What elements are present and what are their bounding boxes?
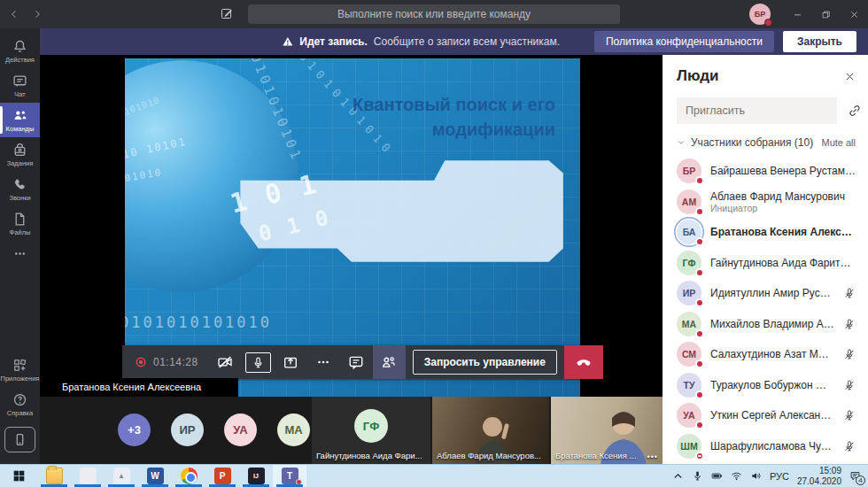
copy-join-link-icon[interactable] <box>848 104 862 118</box>
mic-muted-icon[interactable] <box>843 440 856 452</box>
mic-muted-icon[interactable] <box>843 318 856 330</box>
participant-name: Салахутдинов Азат Марато... <box>710 348 834 360</box>
invite-input[interactable] <box>677 97 837 124</box>
sidebar-item-label: Звонки <box>9 194 30 202</box>
participant-row[interactable]: БР Байрашева Венера Рустамовна <box>677 156 856 187</box>
busy-status-dot <box>764 19 772 27</box>
presence-dot <box>695 329 704 338</box>
people-panel: Люди Участники собрания (10) Mute all БР… <box>663 55 868 464</box>
sidebar-item-mobile[interactable] <box>0 421 40 457</box>
tray-speaker-icon[interactable] <box>750 470 762 482</box>
presence-dot <box>695 390 704 399</box>
participant-video-tile[interactable]: Братанова Ксения ... ••• <box>551 397 663 464</box>
chat-toggle-button[interactable] <box>340 345 373 379</box>
participant-row[interactable]: ТУ Туракулов Бобуржон Маър... <box>677 370 856 401</box>
participant-row[interactable]: ИР Идиятуллин Амир Рустемо... <box>677 278 856 309</box>
privacy-policy-button[interactable]: Политика конфиденциальности <box>594 31 774 52</box>
dismiss-banner-button[interactable]: Закрыть <box>783 31 856 52</box>
participant-row[interactable]: ГФ Гайнутдинова Аида Фаритовна <box>677 248 856 279</box>
sidebar-item-apps[interactable]: Приложения <box>0 352 40 387</box>
back-icon[interactable] <box>9 9 19 19</box>
hangup-button[interactable] <box>564 345 603 379</box>
presence-dot <box>695 237 704 246</box>
sidebar-item-label: Задания <box>7 159 34 167</box>
taskbar-app-chrome[interactable] <box>172 465 205 487</box>
close-window-button[interactable] <box>840 0 868 28</box>
more-actions-button[interactable] <box>307 345 340 379</box>
mic-toggle-button[interactable] <box>242 345 275 379</box>
taskbar-app-word[interactable]: W <box>138 465 172 487</box>
help-icon <box>12 392 27 407</box>
request-control-button[interactable]: Запросить управление <box>413 350 557 375</box>
sidebar-item-backpack[interactable]: Задания <box>0 137 40 172</box>
request-control: Запросить управление <box>413 345 557 379</box>
presence-dot <box>695 298 704 307</box>
participant-tile-label: Гайнутдинова Аида Фари... <box>316 451 422 460</box>
avatar[interactable]: БР <box>749 4 771 25</box>
recording-banner: Идет запись. Сообщите о записи всем учас… <box>40 28 868 55</box>
participant-row[interactable]: СМ Салахутдинов Азат Марато... <box>677 339 856 370</box>
avatar: ГФ <box>354 409 388 443</box>
taskbar-app-file-explorer[interactable] <box>37 465 71 487</box>
close-panel-icon[interactable] <box>844 71 856 82</box>
filmstrip-avatar[interactable]: МА <box>277 414 310 446</box>
taskbar-app-photos-app[interactable]: ▲ <box>105 465 138 487</box>
tray-mic-icon[interactable] <box>692 470 703 482</box>
restore-button[interactable] <box>811 0 840 28</box>
sidebar-item-dots[interactable] <box>0 241 40 266</box>
filmstrip-avatar[interactable]: ИР <box>171 414 204 446</box>
minimize-button[interactable] <box>783 0 811 28</box>
clock-time: 15:09 <box>797 466 841 476</box>
sidebar-item-chat[interactable]: Чат <box>0 68 40 103</box>
sidebar-item-help[interactable]: Справка <box>0 387 40 421</box>
tray-chevron-up-icon[interactable] <box>672 470 684 482</box>
mute-all-button[interactable]: Mute all <box>821 137 856 148</box>
participant-row[interactable]: УА Уткин Сергей Александров... <box>677 400 856 431</box>
tray-wifi-icon[interactable] <box>731 470 742 482</box>
mic-muted-icon[interactable] <box>843 379 856 391</box>
search-input[interactable] <box>248 4 620 24</box>
forward-icon[interactable] <box>32 9 43 19</box>
participant-row[interactable]: БА Братанова Ксения Алексеевна <box>677 217 856 248</box>
presence-dot <box>695 452 704 460</box>
sidebar-item-label: Действия <box>5 56 35 64</box>
participant-row[interactable]: МА Михайлов Владимир Анато... <box>677 309 856 340</box>
sidebar-item-label: Команды <box>6 125 35 133</box>
share-button[interactable] <box>275 345 307 379</box>
sidebar-item-bell[interactable]: Действия <box>0 34 40 68</box>
language-indicator[interactable]: РУС <box>770 471 789 482</box>
minimize-icon <box>793 10 802 19</box>
filmstrip-avatar[interactable]: УА <box>224 414 257 446</box>
tile-more-icon[interactable]: ••• <box>647 452 658 461</box>
sidebar-item-teams[interactable]: Команды <box>0 103 40 137</box>
meeting-stage: 101010 10101 1010 101010 01010101010 101… <box>40 55 663 464</box>
participant-name: Шарафулисламова Чулпан ... <box>710 440 834 452</box>
participant-name: Михайлов Владимир Анато... <box>710 318 834 330</box>
participant-filmstrip: +3ИРУАМА ГФ Гайнутдинова Аида Фари... Аб… <box>40 397 663 464</box>
people-toggle-button[interactable] <box>373 345 406 379</box>
camera-toggle-button[interactable] <box>209 345 242 379</box>
mic-muted-icon[interactable] <box>843 409 856 421</box>
participant-row[interactable]: АМ Аблаев Фарид Мансурович Инициатор <box>677 187 856 218</box>
taskbar-app-teams[interactable]: T <box>273 465 306 487</box>
taskbar-app-notes-app[interactable] <box>71 465 105 487</box>
mic-muted-icon[interactable] <box>843 348 856 360</box>
tray-battery-icon[interactable] <box>711 470 723 482</box>
sidebar-item-label: Справка <box>7 409 33 417</box>
sidebar-item-file[interactable]: Файлы <box>0 206 40 241</box>
participant-row[interactable]: ШМ Шарафулисламова Чулпан ... <box>677 431 856 462</box>
taskbar-app-intellij[interactable]: IJ <box>239 465 273 487</box>
windows-taskbar: ▲WPIJT РУС 15:09 27.04.2020 4 <box>0 464 868 487</box>
participant-tile[interactable]: ГФ Гайнутдинова Аида Фари... <box>312 397 430 464</box>
taskbar-clock[interactable]: 15:09 27.04.2020 <box>797 466 841 486</box>
start-button[interactable] <box>0 465 37 487</box>
notification-center-icon[interactable]: 4 <box>849 470 861 482</box>
mic-muted-icon[interactable] <box>843 287 856 299</box>
participant-video-tile[interactable]: Аблаев Фарид Мансуров... <box>432 397 549 464</box>
notes-app-icon <box>80 468 97 484</box>
compose-icon[interactable] <box>220 6 234 20</box>
chevron-down-icon[interactable] <box>677 138 686 147</box>
sidebar-item-phone[interactable]: Звонки <box>0 172 40 206</box>
filmstrip-avatar[interactable]: +3 <box>118 414 151 446</box>
taskbar-app-powerpoint[interactable]: P <box>205 465 239 487</box>
